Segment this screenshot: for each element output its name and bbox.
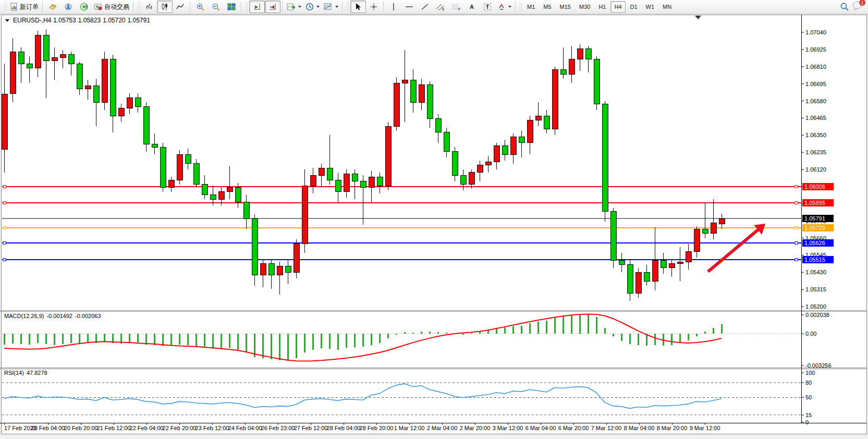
time-tick-label: 28 Feb 20:00: [360, 425, 394, 431]
macd-name: MACD(12,26,9): [4, 313, 44, 319]
candlestick-chart-button[interactable]: [157, 1, 173, 13]
price-tick-label: 1.05315: [805, 286, 826, 292]
price-tick-label: 1.06120: [805, 166, 826, 173]
arrows-icon: [497, 3, 506, 11]
price-tick-label: 1.06465: [805, 115, 826, 121]
price-line-badge: 1.05895: [802, 199, 834, 206]
horizontal-line-tool-button[interactable]: [401, 1, 417, 13]
tab-timeframe-mn[interactable]: MN: [659, 1, 675, 13]
crosshair-tool-button[interactable]: [366, 1, 382, 13]
tab-timeframe-h1[interactable]: H1: [595, 1, 609, 13]
search-icon[interactable]: [840, 2, 849, 11]
toolbar-grip[interactable]: [346, 2, 349, 11]
tab-timeframe-h4[interactable]: H4: [610, 1, 625, 13]
zoom-out-button[interactable]: [208, 1, 224, 13]
auto-trading-icon: [94, 3, 103, 11]
tab-timeframe-m15[interactable]: M15: [556, 1, 574, 13]
tab-timeframe-d1[interactable]: D1: [627, 1, 641, 13]
trendline-tool-button[interactable]: [417, 1, 433, 13]
arrows-dropdown-caret[interactable]: [508, 6, 511, 8]
periods-button[interactable]: [303, 1, 322, 13]
zoom-in-button[interactable]: [192, 1, 208, 13]
macd-indicator-label: MACD(12,26,9) -0.001492 -0.002063: [4, 313, 101, 319]
symbol-collapse-icon[interactable]: [5, 19, 9, 22]
new-order-button[interactable]: 新订单: [8, 1, 41, 13]
time-tick-label: 3 Mar 12:00: [493, 425, 523, 431]
chart-shift-button[interactable]: [265, 1, 280, 13]
time-tick-label: 8 Mar 20:00: [657, 425, 688, 431]
line-handle[interactable]: [795, 227, 798, 229]
notifications-button[interactable]: 1: [852, 1, 863, 13]
time-tick-label: 20 Feb 20:00: [64, 425, 98, 431]
text-tool-button[interactable]: A: [464, 1, 480, 13]
rsi-line: [4, 384, 722, 409]
indicators-dropdown-caret[interactable]: [298, 6, 301, 8]
time-tick-label: 21 Feb 12:00: [97, 425, 131, 431]
cursor-tool-button[interactable]: [350, 1, 366, 13]
equidistant-channel-tool-button[interactable]: E: [433, 1, 448, 13]
tile-windows-button[interactable]: [224, 1, 239, 13]
depth-of-market-button[interactable]: [45, 1, 60, 13]
text-label-tool-button[interactable]: T: [480, 1, 495, 13]
indicators-button[interactable]: [285, 1, 303, 13]
zoom-in-icon: [196, 3, 205, 11]
line-chart-button[interactable]: [173, 1, 188, 13]
line-handle[interactable]: [795, 242, 798, 245]
mt4-window: 新订单 自动交易: [0, 0, 868, 439]
price-tick-label: 1.07040: [805, 29, 826, 35]
fibonacci-icon: F: [451, 3, 461, 11]
time-tick-label: 2 Mar 20:00: [460, 425, 491, 431]
time-tick-label: 7 Mar 12:00: [591, 425, 622, 431]
line-handle[interactable]: [3, 202, 6, 204]
price-tick-label: 1.06810: [805, 64, 826, 70]
arrows-tool-button[interactable]: [495, 1, 514, 13]
price-tick-label: 1.06580: [805, 98, 826, 104]
macd-signal-value: -0.002063: [75, 313, 101, 319]
toolbar-grip[interactable]: [245, 2, 248, 11]
time-tick-label: 28 Feb 04:00: [327, 425, 361, 431]
signals-button[interactable]: [76, 1, 92, 13]
line-handle[interactable]: [3, 242, 6, 245]
tab-timeframe-w1[interactable]: W1: [642, 1, 658, 13]
toolbar-grip[interactable]: [4, 2, 6, 11]
line-handle[interactable]: [795, 259, 798, 261]
vertical-line-icon: [390, 3, 397, 11]
line-handle[interactable]: [3, 259, 6, 261]
trend-arrow-annotation[interactable]: [708, 228, 760, 272]
auto-trading-button[interactable]: 自动交易: [92, 1, 131, 13]
time-tick-label: 26 Feb 23:00: [261, 425, 295, 431]
auto-trading-label: 自动交易: [104, 3, 129, 11]
tab-timeframe-m5[interactable]: M5: [540, 1, 555, 13]
fibonacci-tool-button[interactable]: F: [448, 1, 464, 13]
periods-dropdown-caret[interactable]: [316, 6, 320, 8]
line-handle[interactable]: [795, 186, 798, 188]
timeframe-bar: M1M5M15M30H1H4D1W1MN: [523, 1, 675, 13]
line-handle[interactable]: [795, 202, 798, 204]
templates-dropdown-caret[interactable]: [335, 6, 338, 8]
rsi-name: RSI(14): [4, 370, 24, 376]
tile-windows-icon: [227, 3, 236, 11]
virtual-hosting-button[interactable]: [60, 1, 76, 13]
main-toolbar: 新订单 自动交易: [0, 0, 868, 14]
tab-timeframe-m30[interactable]: M30: [576, 1, 594, 13]
toolbar-grip[interactable]: [137, 2, 140, 11]
line-handle[interactable]: [3, 227, 6, 229]
bar-chart-button[interactable]: [141, 1, 157, 13]
macd-main-value: -0.001492: [46, 313, 72, 319]
rsi-tick-label: 80: [805, 380, 812, 386]
chart-shift-icon: [268, 3, 277, 11]
chart-symbol-period: EURUSD-,H4: [13, 17, 51, 24]
svg-text:F: F: [458, 7, 460, 11]
line-handle[interactable]: [3, 186, 6, 188]
auto-scroll-button[interactable]: [249, 1, 265, 13]
text-label-icon: T: [484, 3, 492, 10]
templates-button[interactable]: [322, 1, 340, 13]
ohlc-open: 1.05753: [53, 17, 76, 24]
ohlc-high: 1.05823: [78, 17, 101, 24]
toolbar-grip[interactable]: [519, 2, 522, 11]
tab-timeframe-m1[interactable]: M1: [523, 1, 539, 13]
chart-canvas[interactable]: [0, 0, 868, 439]
price-line-badge: 1.05626: [802, 239, 834, 247]
vertical-line-tool-button[interactable]: [386, 1, 401, 13]
notification-badge: 1: [859, 0, 866, 6]
